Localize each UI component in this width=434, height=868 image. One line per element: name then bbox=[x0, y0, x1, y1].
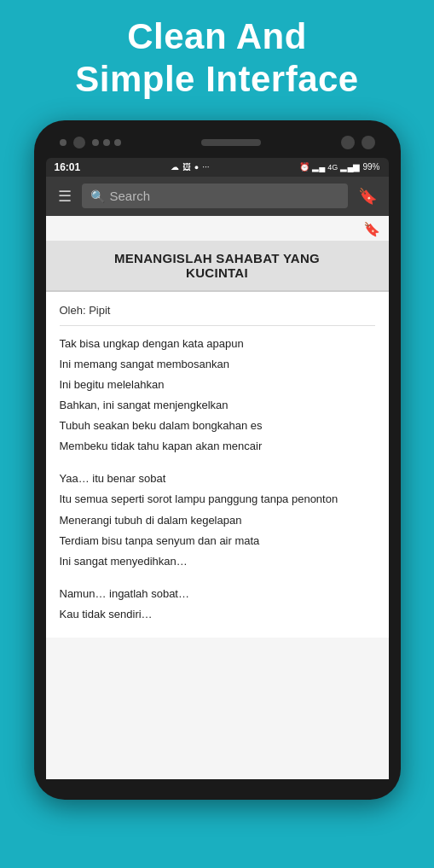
phone-camera-lens bbox=[73, 137, 85, 149]
more-icon: ··· bbox=[202, 162, 209, 172]
cloud-icon: ☁ bbox=[171, 162, 179, 172]
search-icon: 🔍 bbox=[90, 189, 105, 203]
phone-camera-left bbox=[60, 137, 121, 149]
recording-icon: ● bbox=[194, 163, 199, 172]
phone-camera-right bbox=[341, 136, 375, 149]
status-bar: 16:01 ☁ 🖼 ● ··· ⏰ ▂▄ 4G ▂▄▆ 99% bbox=[46, 158, 389, 177]
poem-title-line2: KUCINTAI bbox=[63, 265, 372, 280]
poem-line: Menerangi tubuh di dalam kegelapan bbox=[60, 511, 375, 530]
poem-spacer bbox=[60, 573, 375, 585]
phone-dot-2 bbox=[103, 139, 110, 146]
poem-lines: Tak bisa ungkap dengan kata apapunIni me… bbox=[60, 335, 375, 624]
status-left-icons: ☁ 🖼 ● ··· bbox=[171, 162, 210, 172]
phone-screen: 16:01 ☁ 🖼 ● ··· ⏰ ▂▄ 4G ▂▄▆ 99% ☰ 🔍 Sear… bbox=[46, 158, 389, 779]
bookmark-icon[interactable]: 🔖 bbox=[355, 184, 380, 209]
battery-icon: 99% bbox=[362, 162, 379, 172]
poem-line: Itu semua seperti sorot lampu panggung t… bbox=[60, 490, 375, 509]
poem-line: Tubuh seakan beku dalam bongkahan es bbox=[60, 417, 375, 435]
poem-title-line1: MENANGISLAH SAHABAT YANG bbox=[63, 251, 372, 265]
signal-icon: ▂▄ bbox=[312, 162, 325, 172]
phone-speaker bbox=[201, 139, 261, 146]
phone-dot-1 bbox=[92, 139, 99, 146]
poem-line: Kau tidak sendiri… bbox=[60, 605, 375, 624]
content-area: 🔖 MENANGISLAH SAHABAT YANG KUCINTAI Oleh… bbox=[46, 216, 389, 779]
phone-button-circle bbox=[341, 136, 355, 149]
poem-line: Ini sangat menyedihkan… bbox=[60, 552, 375, 571]
app-toolbar: ☰ 🔍 Search 🔖 bbox=[46, 177, 389, 216]
4g-icon: 4G bbox=[327, 163, 338, 172]
wifi-icon: ▂▄▆ bbox=[340, 162, 360, 172]
poem-line: Ini memang sangat membosankan bbox=[60, 355, 375, 374]
poem-line: Terdiam bisu tanpa senyum dan air mata bbox=[60, 532, 375, 551]
search-box[interactable]: 🔍 Search bbox=[82, 184, 348, 208]
phone-button-circle-2 bbox=[362, 136, 375, 149]
phone-dot-3 bbox=[114, 139, 121, 146]
app-header-title: Clean And Simple Interface bbox=[49, 0, 384, 114]
phone-dot-small bbox=[60, 139, 67, 146]
author-line: Oleh: Pipit bbox=[60, 304, 375, 326]
poem-line: Namun… ingatlah sobat… bbox=[60, 585, 375, 603]
poem-spacer bbox=[60, 457, 375, 469]
poem-title-section: MENANGISLAH SAHABAT YANG KUCINTAI bbox=[46, 241, 389, 292]
search-placeholder-text: Search bbox=[110, 189, 151, 203]
alarm-icon: ⏰ bbox=[299, 162, 310, 172]
content-top-bar: 🔖 bbox=[46, 216, 389, 241]
poem-line: Bahkan, ini sangat menjengkelkan bbox=[60, 396, 375, 415]
poem-line: Tak bisa ungkap dengan kata apapun bbox=[60, 335, 375, 353]
poem-line: Yaa… itu benar sobat bbox=[60, 469, 375, 488]
poem-content: Oleh: Pipit Tak bisa ungkap dengan kata … bbox=[46, 292, 389, 638]
phone-mockup: 16:01 ☁ 🖼 ● ··· ⏰ ▂▄ 4G ▂▄▆ 99% ☰ 🔍 Sear… bbox=[34, 120, 401, 800]
status-right-icons: ⏰ ▂▄ 4G ▂▄▆ 99% bbox=[299, 162, 379, 172]
status-time: 16:01 bbox=[55, 161, 81, 173]
content-bookmark-icon[interactable]: 🔖 bbox=[363, 221, 380, 237]
poem-line: Ini begitu melelahkan bbox=[60, 376, 375, 394]
poem-line: Membeku tidak tahu kapan akan mencair bbox=[60, 437, 375, 456]
phone-top-physical bbox=[46, 136, 389, 158]
phone-dot-triple bbox=[92, 139, 121, 146]
hamburger-menu-icon[interactable]: ☰ bbox=[55, 184, 75, 209]
image-icon: 🖼 bbox=[182, 162, 191, 172]
